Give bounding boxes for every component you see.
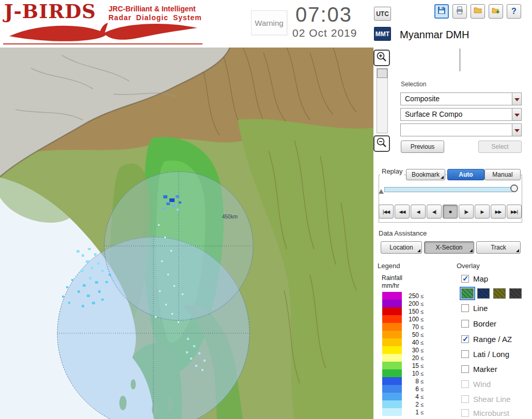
map-style-swatch-gray[interactable] — [509, 288, 522, 299]
app-logo-title: J-BIRDS — [4, 0, 96, 23]
map-checkbox[interactable] — [461, 275, 469, 283]
range-az-checkbox[interactable] — [461, 335, 469, 343]
overlay-label: Overlay — [457, 262, 480, 270]
legend-color-swatch — [382, 323, 402, 331]
legend-row: 10≤ — [382, 369, 424, 377]
x-section-button[interactable]: X-Section — [424, 241, 474, 254]
stop-button[interactable]: ■ — [443, 205, 458, 219]
zoom-out-button[interactable] — [373, 135, 390, 152]
range-distance-label: 450km — [222, 214, 238, 220]
chevron-down-icon[interactable] — [512, 124, 521, 136]
legend-color-swatch — [382, 393, 402, 400]
extra-dropdown[interactable] — [400, 123, 522, 136]
utc-button[interactable]: UTC — [374, 7, 391, 21]
legend-row: 30≤ — [382, 346, 424, 354]
location-button[interactable]: Location — [381, 241, 422, 254]
overlay-item-lati-long[interactable]: Lati / Long — [461, 350, 509, 359]
lati-long-checkbox[interactable] — [461, 350, 469, 358]
warning-indicator[interactable]: Warning — [251, 10, 287, 35]
app-logo-subtitle: JRC-Brilliant & Intelligent Radar Dialog… — [108, 5, 202, 22]
legend-color-swatch — [382, 400, 402, 408]
legend-row: 200≤ — [382, 300, 424, 307]
overlay-item-map[interactable]: Map — [461, 274, 488, 283]
zoom-in-button[interactable] — [373, 50, 390, 66]
overlay-item-wind: Wind — [461, 380, 491, 389]
legend-color-swatch — [382, 338, 402, 346]
line-checkbox[interactable] — [461, 304, 469, 312]
logo-underline — [3, 43, 202, 44]
bookmark-button[interactable]: Bookmark — [406, 169, 445, 180]
zoom-slider-track[interactable] — [377, 68, 388, 133]
print-button[interactable] — [452, 4, 467, 19]
legend-color-swatch — [382, 346, 402, 354]
legend-unit-line2: mm/hr — [382, 282, 399, 289]
save-button[interactable] — [434, 4, 449, 19]
chevron-down-icon[interactable] — [512, 108, 521, 120]
legend-row: 70≤ — [382, 323, 424, 331]
data-assistance-label: Data Assistance — [379, 229, 427, 237]
selection-label: Selection — [401, 81, 426, 88]
legend-row: 6≤ — [382, 385, 424, 393]
chevron-down-icon[interactable] — [512, 93, 521, 105]
radar-map[interactable]: 450km — [0, 48, 373, 419]
legend-color-swatch — [382, 300, 402, 307]
legend-color-swatch — [382, 307, 402, 315]
step-forward-button[interactable]: |▶ — [459, 205, 474, 219]
legend-row: 40≤ — [382, 338, 424, 346]
export-button[interactable] — [489, 4, 503, 19]
play-button[interactable]: ▶ — [475, 205, 490, 219]
product-dropdown-value: Surface R Compo — [401, 108, 512, 120]
fast-forward-button[interactable]: ▶▶ — [491, 205, 506, 219]
legend-row: 250≤ — [382, 292, 424, 300]
overlay-item-border[interactable]: Border — [461, 319, 496, 328]
legend-row: 100≤ — [382, 315, 424, 323]
legend-color-swatch — [382, 315, 402, 323]
wind-checkbox — [461, 380, 469, 388]
legend-row: 15≤ — [382, 362, 424, 369]
extra-dropdown-value — [401, 124, 512, 136]
header-bar: J-BIRDS JRC-Brilliant & Intelligent Rada… — [0, 0, 532, 48]
product-dropdown[interactable]: Surface R Compo — [400, 108, 522, 121]
timeline-start-marker — [379, 189, 384, 194]
composite-dropdown[interactable]: Composite — [400, 92, 522, 105]
map-style-swatch-olive[interactable] — [493, 288, 506, 299]
map-style-swatch-navy[interactable] — [477, 288, 490, 299]
eagle-logo-icon — [5, 21, 201, 44]
step-back-button[interactable]: ◀| — [427, 205, 442, 219]
play-reverse-button[interactable]: ◀ — [411, 205, 426, 219]
help-icon: ? — [511, 7, 517, 16]
border-checkbox[interactable] — [461, 320, 469, 328]
logo-subtitle-line1: JRC-Brilliant & Intelligent — [108, 5, 202, 13]
auto-button[interactable]: Auto — [447, 169, 484, 180]
legend-color-swatch — [382, 331, 402, 338]
marker-checkbox[interactable] — [461, 365, 469, 373]
select-button[interactable]: Select — [478, 141, 522, 153]
organization-title: Myanmar DMH — [400, 29, 469, 41]
mmt-button[interactable]: MMT — [374, 27, 391, 41]
save-icon — [437, 6, 446, 17]
legend-row: 2≤ — [382, 400, 424, 408]
timeline-slider[interactable] — [384, 187, 514, 192]
legend-row: 20≤ — [382, 354, 424, 362]
overlay-item-line[interactable]: Line — [461, 304, 488, 313]
skip-to-end-button[interactable]: ▶▶| — [507, 205, 522, 219]
legend-color-swatch — [382, 385, 402, 393]
legend-color-swatch — [382, 377, 402, 385]
clock-time: 07:03 — [295, 3, 352, 26]
zoom-slider-thumb[interactable] — [377, 69, 387, 78]
skip-to-start-button[interactable]: |◀◀ — [379, 205, 394, 219]
zoom-out-icon — [376, 137, 387, 150]
help-button[interactable]: ? — [507, 4, 521, 19]
overlay-item-marker[interactable]: Marker — [461, 365, 497, 374]
manual-button[interactable]: Manual — [484, 169, 521, 180]
fast-rewind-button[interactable]: ◀◀ — [395, 205, 410, 219]
timeline-slider-thumb[interactable] — [510, 184, 518, 192]
map-style-swatch-green[interactable] — [461, 288, 474, 299]
track-button[interactable]: Track — [476, 241, 521, 254]
open-file-button[interactable] — [471, 4, 485, 19]
legend-row: 1≤ — [382, 408, 424, 416]
previous-button[interactable]: Previous — [401, 141, 444, 153]
legend-row: 8≤ — [382, 377, 424, 385]
overlay-item-range-az[interactable]: Range / AZ — [461, 335, 512, 344]
shear-line-checkbox — [461, 395, 469, 403]
